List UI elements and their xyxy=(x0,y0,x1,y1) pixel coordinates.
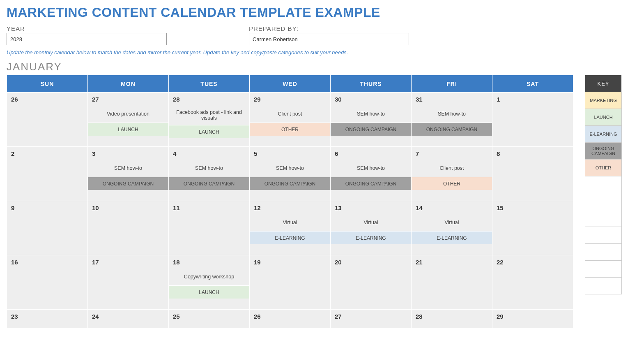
prepared-label: PREPARED BY: xyxy=(249,25,409,32)
calendar-cell[interactable]: 26 xyxy=(250,310,331,329)
calendar-cell[interactable]: 29 xyxy=(492,310,573,329)
day-description: Copywriting workshop xyxy=(169,269,249,285)
day-category: ONGOING CAMPAIGN xyxy=(331,123,411,136)
calendar-cell[interactable]: 11 xyxy=(169,201,250,255)
key-empty-cell[interactable] xyxy=(585,260,622,278)
calendar-cell[interactable]: 14VirtualE-LEARNING xyxy=(412,201,492,255)
calendar-cell[interactable]: 12VirtualE-LEARNING xyxy=(250,201,331,255)
calendar-cell[interactable]: 1 xyxy=(492,93,573,147)
calendar-cell[interactable]: 22 xyxy=(492,255,573,310)
day-description: Virtual xyxy=(250,215,330,231)
calendar-cell[interactable]: 20 xyxy=(331,255,412,310)
day-number: 18 xyxy=(169,255,249,269)
key-empty-cell[interactable] xyxy=(585,243,622,261)
day-number: 16 xyxy=(7,255,87,269)
day-category: ONGOING CAMPAIGN xyxy=(250,177,330,190)
key-empty-cell[interactable] xyxy=(585,277,622,294)
day-description: SEM how-to xyxy=(331,106,411,123)
day-number: 7 xyxy=(412,147,492,160)
key-item: LAUNCH xyxy=(585,109,622,126)
calendar-cell[interactable]: 21 xyxy=(412,255,492,310)
calendar-cell[interactable]: 3SEM how-toONGOING CAMPAIGN xyxy=(88,147,169,201)
calendar-cell[interactable]: 29Client postOTHER xyxy=(250,93,331,147)
calendar-cell[interactable]: 4SEM how-toONGOING CAMPAIGN xyxy=(169,147,250,201)
key-empty-cell[interactable] xyxy=(585,193,622,210)
day-number: 21 xyxy=(412,255,492,269)
day-number: 24 xyxy=(88,310,168,323)
calendar-cell[interactable]: 6SEM how-toONGOING CAMPAIGN xyxy=(331,147,412,201)
day-number: 20 xyxy=(331,255,411,269)
day-description: SEM how-to xyxy=(412,106,492,123)
key-empty-cell[interactable] xyxy=(585,176,622,193)
day-description: Facebook ads post - link and visuals xyxy=(169,106,249,125)
calendar-cell[interactable]: 15 xyxy=(492,201,573,255)
calendar-cell[interactable]: 10 xyxy=(88,201,169,255)
day-number: 5 xyxy=(250,147,330,160)
day-number: 12 xyxy=(250,201,330,215)
calendar-cell[interactable]: 2 xyxy=(7,147,88,201)
day-description: Virtual xyxy=(412,215,492,231)
calendar-cell[interactable]: 8 xyxy=(492,147,573,201)
day-number: 9 xyxy=(7,201,87,215)
calendar-cell[interactable]: 13VirtualE-LEARNING xyxy=(331,201,412,255)
prepared-input[interactable] xyxy=(249,33,409,45)
day-number: 26 xyxy=(250,310,330,323)
day-number: 2 xyxy=(7,147,87,160)
day-number: 28 xyxy=(412,310,492,323)
day-category: ONGOING CAMPAIGN xyxy=(412,123,492,136)
weekday-header: MON xyxy=(88,75,169,93)
weekday-header-row: SUNMONTUESWEDTHURSFRISAT xyxy=(7,75,573,93)
calendar-cell[interactable]: 19 xyxy=(250,255,331,310)
key-empty-cell[interactable] xyxy=(585,227,622,244)
day-description: SEM how-to xyxy=(169,160,249,177)
day-number: 27 xyxy=(88,93,168,106)
calendar-row: 2627Video presentationLAUNCH28Facebook a… xyxy=(7,93,573,147)
day-description: Video presentation xyxy=(88,106,168,123)
calendar-cell[interactable]: 28 xyxy=(412,310,492,329)
calendar-cell[interactable]: 31SEM how-toONGOING CAMPAIGN xyxy=(412,93,492,147)
calendar-cell[interactable]: 18Copywriting workshopLAUNCH xyxy=(169,255,250,310)
key-header: KEY xyxy=(585,75,622,92)
key-item: E-LEARNING xyxy=(585,125,622,143)
day-description: Virtual xyxy=(331,215,411,231)
calendar-cell[interactable]: 9 xyxy=(7,201,88,255)
calendar-cell[interactable]: 23 xyxy=(7,310,88,329)
day-description: Client post xyxy=(250,106,330,123)
weekday-header: SUN xyxy=(7,75,88,93)
year-input[interactable] xyxy=(7,33,167,45)
day-category: E-LEARNING xyxy=(331,231,411,244)
calendar-cell[interactable]: 26 xyxy=(7,93,88,147)
day-category: E-LEARNING xyxy=(250,231,330,244)
weekday-header: TUES xyxy=(169,75,250,93)
day-number: 10 xyxy=(88,201,168,215)
calendar-cell[interactable]: 17 xyxy=(88,255,169,310)
page-title: MARKETING CONTENT CALENDAR TEMPLATE EXAM… xyxy=(7,5,637,20)
header-fields: YEAR PREPARED BY: xyxy=(7,25,637,45)
calendar-cell[interactable]: 25 xyxy=(169,310,250,329)
hint-text: Update the monthly calendar below to mat… xyxy=(7,49,637,56)
calendar-row: 161718Copywriting workshopLAUNCH19202122 xyxy=(7,255,573,310)
day-number: 30 xyxy=(331,93,411,106)
weekday-header: FRI xyxy=(412,75,492,93)
calendar-cell[interactable]: 27Video presentationLAUNCH xyxy=(88,93,169,147)
calendar-cell[interactable]: 28Facebook ads post - link and visualsLA… xyxy=(169,93,250,147)
day-number: 4 xyxy=(169,147,249,160)
prepared-group: PREPARED BY: xyxy=(249,25,409,45)
day-number: 8 xyxy=(492,147,573,160)
day-category: OTHER xyxy=(412,177,492,190)
day-number: 27 xyxy=(331,310,411,323)
calendar-cell[interactable]: 30SEM how-toONGOING CAMPAIGN xyxy=(331,93,412,147)
year-label: YEAR xyxy=(7,25,167,32)
calendar-row: 9101112VirtualE-LEARNING13VirtualE-LEARN… xyxy=(7,201,573,255)
calendar-cell[interactable]: 16 xyxy=(7,255,88,310)
key-item: MARKETING xyxy=(585,92,622,109)
day-category: ONGOING CAMPAIGN xyxy=(88,177,168,190)
day-number: 17 xyxy=(88,255,168,269)
calendar-cell[interactable]: 24 xyxy=(88,310,169,329)
key-empty-cell[interactable] xyxy=(585,210,622,227)
calendar-cell[interactable]: 5SEM how-toONGOING CAMPAIGN xyxy=(250,147,331,201)
weekday-header: SAT xyxy=(492,75,573,93)
calendar-cell[interactable]: 27 xyxy=(331,310,412,329)
calendar-cell[interactable]: 7Client postOTHER xyxy=(412,147,492,201)
day-number: 3 xyxy=(88,147,168,160)
